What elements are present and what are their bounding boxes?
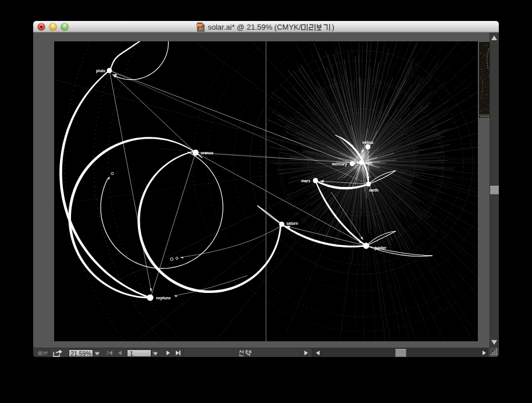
svg-text:venus: venus — [363, 140, 374, 144]
svg-text:mercury: mercury — [332, 162, 347, 167]
svg-text:jupiter: jupiter — [374, 246, 386, 250]
svg-text:pluto: pluto — [96, 69, 105, 73]
svg-text:uranus: uranus — [201, 151, 214, 155]
svg-text:neptune: neptune — [156, 296, 171, 301]
svg-text:earth: earth — [369, 188, 378, 192]
svg-text:saturn: saturn — [286, 221, 298, 225]
svg-text:Ai: Ai — [198, 26, 203, 31]
svg-text:mars: mars — [301, 179, 310, 183]
svg-text:sun: sun — [366, 161, 373, 165]
